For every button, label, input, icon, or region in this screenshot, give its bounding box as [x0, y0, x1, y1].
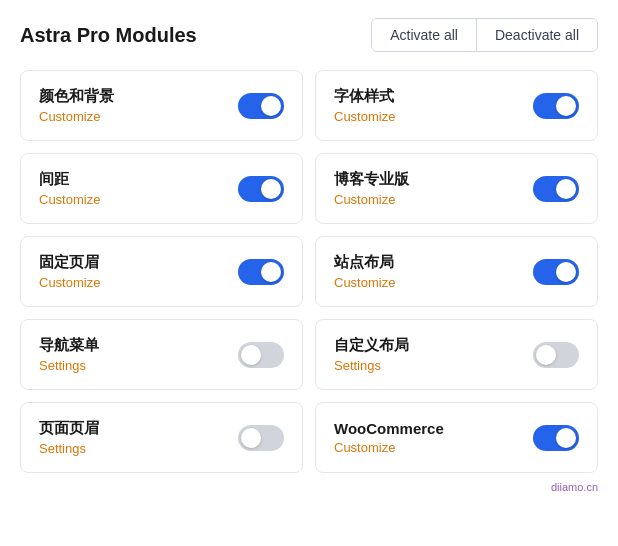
module-name-blog-pro: 博客专业版: [334, 170, 409, 189]
module-link-spacing[interactable]: Customize: [39, 192, 100, 207]
toggle-woocommerce[interactable]: [533, 425, 579, 451]
module-info-custom-layout: 自定义布局Settings: [334, 336, 409, 373]
module-info-site-layout: 站点布局Customize: [334, 253, 395, 290]
watermark: diiamo.cn: [20, 481, 598, 493]
module-name-woocommerce: WooCommerce: [334, 420, 444, 437]
toggle-site-layout[interactable]: [533, 259, 579, 285]
module-link-site-layout[interactable]: Customize: [334, 275, 395, 290]
toggle-nav-menu[interactable]: [238, 342, 284, 368]
module-name-nav-menu: 导航菜单: [39, 336, 99, 355]
module-link-custom-layout[interactable]: Settings: [334, 358, 409, 373]
module-card-nav-menu: 导航菜单Settings: [20, 319, 303, 390]
toggle-typography[interactable]: [533, 93, 579, 119]
module-info-spacing: 间距Customize: [39, 170, 100, 207]
modules-grid: 颜色和背景Customize字体样式Customize间距Customize博客…: [20, 70, 598, 473]
module-link-typography[interactable]: Customize: [334, 109, 395, 124]
module-info-colors-bg: 颜色和背景Customize: [39, 87, 114, 124]
module-card-typography: 字体样式Customize: [315, 70, 598, 141]
module-link-blog-pro[interactable]: Customize: [334, 192, 409, 207]
module-card-page-header: 页面页眉Settings: [20, 402, 303, 473]
module-name-colors-bg: 颜色和背景: [39, 87, 114, 106]
toggle-blog-pro[interactable]: [533, 176, 579, 202]
module-link-woocommerce[interactable]: Customize: [334, 440, 444, 455]
module-card-blog-pro: 博客专业版Customize: [315, 153, 598, 224]
module-card-custom-layout: 自定义布局Settings: [315, 319, 598, 390]
module-info-blog-pro: 博客专业版Customize: [334, 170, 409, 207]
toggle-custom-layout[interactable]: [533, 342, 579, 368]
toggle-spacing[interactable]: [238, 176, 284, 202]
toggle-sticky-header[interactable]: [238, 259, 284, 285]
module-name-site-layout: 站点布局: [334, 253, 395, 272]
module-info-nav-menu: 导航菜单Settings: [39, 336, 99, 373]
header-buttons-group: Activate all Deactivate all: [371, 18, 598, 52]
page-title: Astra Pro Modules: [20, 24, 197, 47]
module-info-typography: 字体样式Customize: [334, 87, 395, 124]
module-card-spacing: 间距Customize: [20, 153, 303, 224]
module-link-sticky-header[interactable]: Customize: [39, 275, 100, 290]
module-card-colors-bg: 颜色和背景Customize: [20, 70, 303, 141]
module-card-woocommerce: WooCommerceCustomize: [315, 402, 598, 473]
toggle-colors-bg[interactable]: [238, 93, 284, 119]
module-name-spacing: 间距: [39, 170, 100, 189]
module-card-site-layout: 站点布局Customize: [315, 236, 598, 307]
module-info-page-header: 页面页眉Settings: [39, 419, 99, 456]
module-name-typography: 字体样式: [334, 87, 395, 106]
module-info-sticky-header: 固定页眉Customize: [39, 253, 100, 290]
module-name-custom-layout: 自定义布局: [334, 336, 409, 355]
activate-all-button[interactable]: Activate all: [372, 19, 477, 51]
module-name-page-header: 页面页眉: [39, 419, 99, 438]
module-info-woocommerce: WooCommerceCustomize: [334, 420, 444, 455]
module-card-sticky-header: 固定页眉Customize: [20, 236, 303, 307]
toggle-page-header[interactable]: [238, 425, 284, 451]
module-link-nav-menu[interactable]: Settings: [39, 358, 99, 373]
module-link-page-header[interactable]: Settings: [39, 441, 99, 456]
module-name-sticky-header: 固定页眉: [39, 253, 100, 272]
module-link-colors-bg[interactable]: Customize: [39, 109, 114, 124]
deactivate-all-button[interactable]: Deactivate all: [477, 19, 597, 51]
page-header-section: Astra Pro Modules Activate all Deactivat…: [20, 18, 598, 52]
